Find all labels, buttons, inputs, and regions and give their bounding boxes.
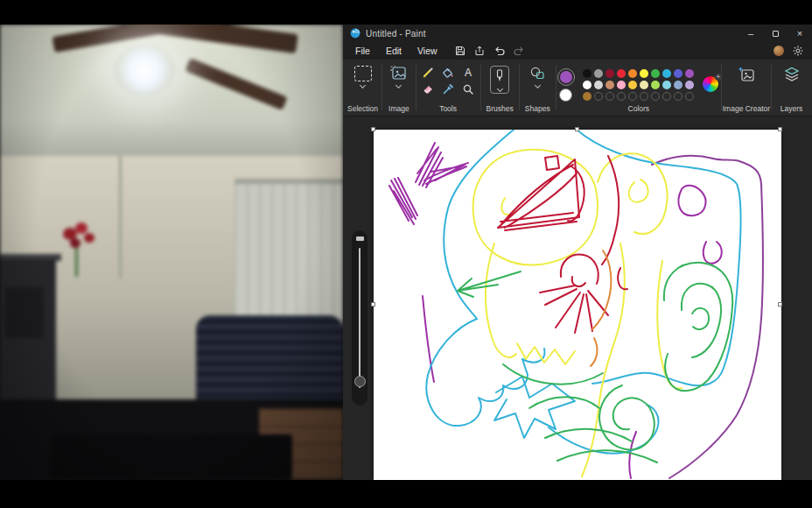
color-swatch[interactable] [651,69,660,78]
fill-tool-icon[interactable] [442,67,454,79]
canvas-resize-handle[interactable] [778,302,782,307]
color-swatch[interactable] [640,69,648,78]
doodle-drawing [374,130,781,480]
eyedropper-tool-icon[interactable] [442,83,454,95]
share-icon[interactable] [474,46,485,56]
chevron-down-icon [396,82,402,88]
undo-icon[interactable] [494,46,505,56]
selection-label: Selection [347,104,378,113]
divider [519,65,520,110]
palette-grid [582,68,696,102]
eraser-tool-icon[interactable] [422,83,434,95]
divider [721,65,722,110]
color-swatch[interactable] [617,69,626,78]
menubar: File Edit View [343,42,812,60]
ribbon-toolbar: Selection Image [343,60,812,116]
plus-icon: + [715,74,722,81]
edit-colors-button[interactable]: + [703,76,720,94]
pencil-tool-icon[interactable] [422,67,434,79]
color-swatch[interactable] [628,92,637,101]
slider-top-handle[interactable] [356,236,364,241]
image-tool-group[interactable]: Image [383,60,415,116]
canvas-area [343,116,812,480]
color-swatch[interactable] [662,69,671,78]
color-swatch[interactable] [674,92,682,101]
canvas-resize-handle[interactable] [371,302,375,307]
magnifier-tool-icon[interactable] [462,83,474,95]
color-swatch[interactable] [662,81,671,89]
layers-group[interactable]: Layers [773,60,810,116]
account-avatar[interactable] [774,46,784,56]
drawing-canvas[interactable] [374,130,781,480]
image-creator-group[interactable]: Image Creator [723,60,770,116]
color-swatch[interactable] [628,69,637,78]
image-label: Image [388,104,410,113]
close-button[interactable]: × [788,25,812,42]
divider [416,65,416,110]
quick-access-toolbar [455,46,525,56]
slider-track[interactable] [359,248,360,388]
settings-gear-icon[interactable] [793,46,803,56]
color-swatch[interactable] [628,81,637,89]
color-swatch[interactable] [594,92,603,101]
divider [382,65,382,110]
color-swatch[interactable] [640,81,648,89]
window-controls: – × [738,25,812,42]
color-swatch[interactable] [662,92,671,101]
color-swatch[interactable] [685,69,694,78]
color-swatch[interactable] [640,92,648,101]
color-swatch[interactable] [606,69,614,78]
divider [556,65,556,110]
vertical-slider[interactable] [352,230,368,406]
brushes-group[interactable]: Brushes [482,60,518,116]
color-swatch[interactable] [606,81,614,89]
color-swatch[interactable] [606,92,614,101]
menu-file[interactable]: File [348,44,377,58]
text-tool-icon[interactable]: A [465,67,472,78]
color-swatch[interactable] [651,81,660,89]
paint-window: Untitled - Paint – × File Edit View [343,25,812,480]
brushes-label: Brushes [486,104,514,113]
color-swatch[interactable] [583,81,592,89]
colors-group: + Colors [557,60,720,116]
brush-glyph-icon [495,69,504,83]
menubar-right [774,46,812,56]
slider-thumb[interactable] [354,376,366,387]
color-swatch[interactable] [685,92,694,101]
redo-icon[interactable] [514,46,525,56]
color-swatch[interactable] [594,69,603,78]
menu-view[interactable]: View [410,44,444,58]
color-swatch[interactable] [583,92,592,101]
minimize-button[interactable]: – [738,25,763,42]
save-icon[interactable] [455,46,466,56]
color-swatch[interactable] [594,81,603,89]
color-swatch[interactable] [674,69,682,78]
maximize-button[interactable] [763,25,788,42]
color-swatch[interactable] [685,81,694,89]
webcam-feed[interactable] [0,25,343,480]
canvas-resize-handle[interactable] [575,127,579,131]
color-swatch[interactable] [617,92,626,101]
canvas-resize-handle[interactable] [778,127,782,131]
selection-icon [354,66,372,81]
shapes-label: Shapes [525,104,550,113]
color-background[interactable] [559,88,572,102]
layers-icon [783,66,801,83]
color-swatch[interactable] [583,69,592,78]
color-swatch[interactable] [651,92,660,101]
maximize-icon [773,31,779,37]
letterbox-top [0,0,812,25]
chevron-down-icon [497,86,503,92]
paint-app-icon [350,28,360,39]
colors-label: Colors [628,104,650,113]
color1-selected-ring[interactable] [557,68,575,86]
divider [771,65,772,110]
color-swatch[interactable] [617,81,626,89]
tools-group: A Tools [417,60,480,116]
menu-edit[interactable]: Edit [379,44,409,58]
image-creator-icon [738,66,755,83]
color-swatch[interactable] [674,81,682,89]
canvas-resize-handle[interactable] [371,127,375,131]
selection-tool-group[interactable]: Selection [345,60,381,116]
shapes-group[interactable]: Shapes [521,60,555,116]
